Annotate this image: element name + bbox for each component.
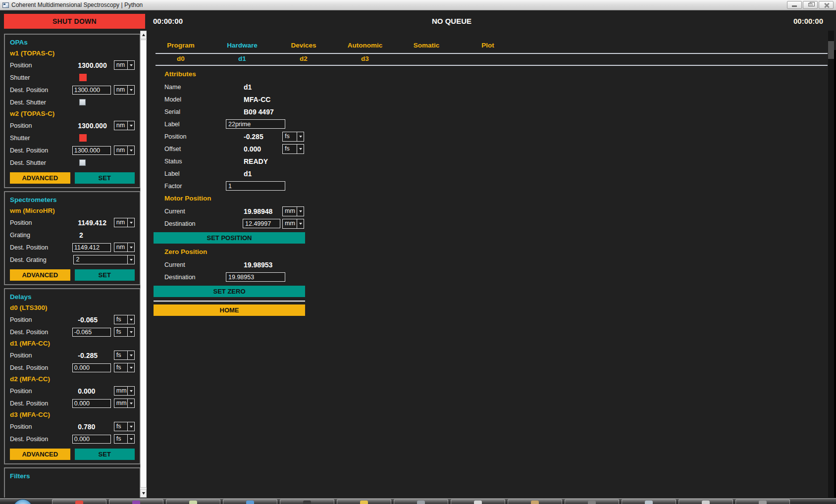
dest-position-input[interactable] bbox=[72, 146, 111, 155]
restore-button[interactable] bbox=[803, 1, 818, 9]
unit-select[interactable]: fs bbox=[114, 351, 135, 360]
tab-hardware[interactable]: Hardware bbox=[210, 42, 274, 49]
unit-select[interactable]: nm bbox=[114, 146, 135, 155]
unit-value: nm bbox=[114, 218, 127, 227]
chevron-down-icon[interactable] bbox=[127, 387, 134, 395]
dest-shutter-checkbox[interactable] bbox=[79, 99, 86, 105]
taskbar-button[interactable] bbox=[223, 499, 277, 504]
dest-grating-select[interactable]: 2 bbox=[73, 255, 135, 264]
chevron-down-icon[interactable] bbox=[127, 243, 134, 252]
tab-program[interactable]: Program bbox=[149, 42, 213, 49]
taskbar-button[interactable] bbox=[394, 499, 448, 504]
dest-position-input[interactable] bbox=[72, 243, 111, 252]
unit-select[interactable]: fs bbox=[114, 434, 135, 444]
unit-select[interactable]: fs bbox=[282, 132, 304, 142]
close-button[interactable] bbox=[819, 1, 834, 9]
taskbar-button[interactable] bbox=[679, 499, 733, 504]
chevron-down-icon[interactable] bbox=[127, 363, 134, 372]
d2-dest-position-row: Dest. Position mm bbox=[10, 397, 135, 409]
set-button[interactable]: SET bbox=[75, 449, 135, 460]
unit-select[interactable]: nm bbox=[114, 243, 135, 252]
unit-select[interactable]: fs bbox=[114, 363, 135, 372]
dest-position-input[interactable] bbox=[72, 399, 111, 408]
set-button[interactable]: SET bbox=[75, 269, 135, 281]
chevron-down-icon[interactable] bbox=[127, 435, 134, 443]
unit-select[interactable]: nm bbox=[114, 218, 135, 227]
chevron-down-icon[interactable] bbox=[127, 86, 134, 94]
dest-position-input[interactable] bbox=[72, 86, 111, 95]
unit-select[interactable]: mm bbox=[114, 399, 135, 408]
zero-destination-input[interactable] bbox=[226, 272, 285, 282]
tab-d3[interactable]: d3 bbox=[333, 55, 397, 62]
taskbar-button[interactable] bbox=[280, 499, 334, 504]
tab-d1[interactable]: d1 bbox=[210, 55, 274, 62]
tab-d0[interactable]: d0 bbox=[149, 55, 213, 62]
dest-position-input[interactable] bbox=[72, 363, 111, 372]
chevron-down-icon[interactable] bbox=[127, 218, 134, 227]
motor-destination-input[interactable] bbox=[243, 219, 280, 228]
minimize-button[interactable] bbox=[787, 1, 802, 9]
tab-somatic[interactable]: Somatic bbox=[394, 42, 459, 49]
chevron-down-icon[interactable] bbox=[297, 145, 304, 153]
chevron-down-icon[interactable] bbox=[127, 255, 134, 264]
unit-select[interactable]: nm bbox=[114, 85, 135, 95]
unit-select[interactable]: mm bbox=[282, 219, 304, 229]
unit-select[interactable]: nm bbox=[114, 121, 135, 130]
shutdown-button[interactable]: SHUT DOWN bbox=[4, 14, 145, 29]
unit-select[interactable]: mm bbox=[282, 206, 304, 216]
taskbar-button[interactable] bbox=[52, 499, 106, 504]
taskbar-button[interactable] bbox=[565, 499, 619, 504]
field-label: Dest. Shutter bbox=[10, 99, 73, 106]
dest-position-input[interactable] bbox=[72, 435, 111, 444]
sidebar-scrollbar[interactable] bbox=[140, 31, 147, 498]
chevron-down-icon[interactable] bbox=[297, 207, 304, 216]
taskbar-button[interactable] bbox=[508, 499, 562, 504]
main-scrollbar[interactable] bbox=[828, 31, 834, 498]
dest-shutter-checkbox[interactable] bbox=[79, 159, 86, 166]
taskbar-button[interactable] bbox=[337, 499, 391, 504]
unit-select[interactable]: fs bbox=[114, 422, 135, 431]
chevron-down-icon[interactable] bbox=[127, 315, 134, 324]
d3-position-row: Position 0.780 fs bbox=[10, 420, 135, 433]
home-button[interactable]: HOME bbox=[154, 304, 305, 316]
taskbar-button[interactable] bbox=[622, 499, 676, 504]
taskbar-button[interactable] bbox=[451, 499, 505, 504]
unit-select[interactable]: fs bbox=[282, 144, 304, 154]
chevron-down-icon[interactable] bbox=[127, 422, 134, 431]
chevron-down-icon[interactable] bbox=[127, 146, 134, 154]
factor-input[interactable] bbox=[226, 181, 285, 191]
scroll-down-arrow[interactable] bbox=[140, 489, 147, 498]
chevron-down-icon[interactable] bbox=[127, 399, 134, 407]
tab-devices[interactable]: Devices bbox=[271, 42, 336, 49]
advanced-button[interactable]: ADVANCED bbox=[10, 449, 70, 460]
advanced-button[interactable]: ADVANCED bbox=[10, 269, 70, 281]
chevron-down-icon[interactable] bbox=[297, 219, 304, 228]
scroll-up-arrow[interactable] bbox=[140, 31, 147, 39]
start-button-orb[interactable] bbox=[13, 499, 33, 504]
advanced-button[interactable]: ADVANCED bbox=[10, 172, 70, 184]
chevron-down-icon[interactable] bbox=[127, 351, 134, 359]
position-row: Position -0.285 fs bbox=[164, 130, 312, 143]
taskbar-button[interactable] bbox=[109, 499, 163, 504]
unit-select[interactable]: fs bbox=[114, 315, 135, 324]
unit-select[interactable]: nm bbox=[114, 60, 135, 70]
set-button[interactable]: SET bbox=[75, 172, 135, 184]
unit-select[interactable]: mm bbox=[114, 386, 135, 396]
chevron-down-icon[interactable] bbox=[127, 328, 134, 336]
tab-plot[interactable]: Plot bbox=[456, 42, 520, 49]
chevron-down-icon[interactable] bbox=[297, 132, 304, 141]
unit-select[interactable]: fs bbox=[114, 327, 135, 337]
taskbar-button[interactable] bbox=[735, 499, 790, 504]
taskbar-button[interactable] bbox=[166, 499, 220, 504]
serial-value: B09 4497 bbox=[226, 108, 280, 116]
chevron-down-icon[interactable] bbox=[127, 61, 134, 69]
tab-autonomic[interactable]: Autonomic bbox=[333, 42, 397, 49]
set-position-button[interactable]: SET POSITION bbox=[154, 232, 305, 244]
dest-position-input[interactable] bbox=[72, 328, 111, 337]
chevron-down-icon[interactable] bbox=[127, 121, 134, 130]
label-input[interactable] bbox=[226, 119, 285, 129]
set-zero-button[interactable]: SET ZERO bbox=[154, 286, 305, 297]
main-scrollbar-thumb[interactable] bbox=[828, 41, 834, 59]
tab-d2[interactable]: d2 bbox=[271, 55, 336, 62]
sidebar-scrollbar-thumb[interactable] bbox=[140, 40, 147, 488]
